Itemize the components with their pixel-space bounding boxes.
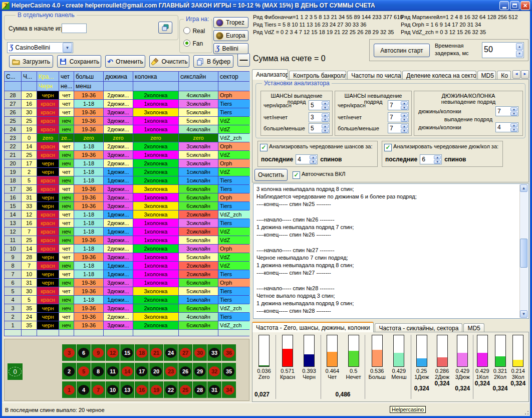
start-sum-input[interactable] bbox=[62, 24, 87, 33]
delay-spinner[interactable]: 50 ▲▼ bbox=[482, 42, 524, 58]
alternation-chances-checkbox[interactable]: ✓ bbox=[260, 144, 268, 151]
spinner-b2-r2[interactable]: 7▲▼ bbox=[388, 112, 409, 122]
board-number-12[interactable]: 12 bbox=[106, 344, 120, 361]
board-number-10[interactable]: 10 bbox=[106, 381, 120, 398]
table-cell: чет bbox=[59, 168, 74, 176]
tab-main-5[interactable]: MD5 bbox=[477, 71, 496, 80]
board-number-19[interactable]: 19 bbox=[149, 381, 163, 398]
radio-real[interactable]: Real bbox=[183, 26, 205, 35]
board-number-2[interactable]: 2 bbox=[62, 363, 76, 379]
board-number-13[interactable]: 13 bbox=[120, 381, 134, 398]
table-cell: сектор bbox=[218, 72, 250, 81]
spin-up-icon[interactable]: ▲ bbox=[516, 43, 523, 50]
board-number-27[interactable]: 27 bbox=[178, 344, 192, 361]
board-number-15[interactable]: 15 bbox=[120, 344, 134, 361]
clear-button[interactable]: Очистить bbox=[149, 55, 189, 68]
board-number-16[interactable]: 16 bbox=[135, 381, 149, 398]
detach-panel-button[interactable] bbox=[158, 22, 172, 34]
radio-fan-circle[interactable] bbox=[183, 40, 190, 47]
table-cell: 1-18 bbox=[74, 296, 103, 304]
board-number-4[interactable]: 4 bbox=[77, 381, 91, 398]
scroll-thumb[interactable] bbox=[520, 239, 527, 268]
tab-freq-2[interactable]: Частота - сиклайны, сектора bbox=[375, 323, 462, 332]
close-button[interactable]: ✕ bbox=[520, 1, 530, 10]
spinner-b2-r3[interactable]: 7▲▼ bbox=[388, 123, 409, 133]
spinner-last-spins-dozcol[interactable]: 6▲▼ bbox=[420, 154, 442, 164]
board-number-36[interactable]: 36 bbox=[222, 344, 236, 361]
board-number-8[interactable]: 8 bbox=[91, 363, 105, 379]
board-number-32[interactable]: 32 bbox=[207, 363, 221, 379]
board-number-0[interactable]: 0 bbox=[8, 363, 23, 380]
board-number-17[interactable]: 17 bbox=[135, 363, 149, 379]
board-number-7[interactable]: 7 bbox=[91, 381, 105, 398]
europa-button[interactable]: Europa bbox=[213, 30, 248, 41]
collapse-button[interactable]: — bbox=[237, 53, 250, 67]
tab-main-4[interactable]: Деление колеса на сектора bbox=[402, 71, 476, 80]
resize-grip[interactable] bbox=[523, 409, 529, 415]
scroll-up-icon[interactable]: ▲ bbox=[520, 184, 527, 192]
spinner-b1-r1[interactable]: 5▲▼ bbox=[309, 100, 330, 110]
radio-real-circle[interactable] bbox=[183, 27, 190, 34]
tab-main-2[interactable]: Контроль банкролла bbox=[289, 71, 346, 80]
minimize-button[interactable] bbox=[499, 1, 509, 10]
table-cell: zero bbox=[37, 134, 59, 142]
board-number-5[interactable]: 5 bbox=[77, 363, 91, 379]
board-number-6[interactable]: 6 bbox=[77, 344, 91, 361]
board-number-34[interactable]: 34 bbox=[222, 381, 236, 398]
scroll-down-icon[interactable]: ▼ bbox=[520, 310, 527, 318]
board-number-25[interactable]: 25 bbox=[178, 381, 192, 398]
spinner-dc-miss[interactable]: 7▲▼ bbox=[495, 106, 518, 116]
analyzer-clear-button[interactable]: Очистить bbox=[254, 169, 288, 181]
maximize-button[interactable] bbox=[510, 1, 519, 10]
casino-combobox[interactable]: Ʒ CasinoBellini ▼ bbox=[7, 42, 73, 53]
board-number-23[interactable]: 23 bbox=[164, 363, 178, 379]
radio-fan[interactable]: Fan bbox=[183, 39, 203, 48]
chevron-down-icon[interactable]: ▼ bbox=[63, 43, 72, 53]
autospin-start-button[interactable]: Автоспин старт bbox=[374, 44, 430, 57]
table-cell: неч bbox=[59, 202, 74, 210]
board-number-1[interactable]: 1 bbox=[62, 381, 76, 398]
save-button[interactable]: Сохранить bbox=[57, 55, 101, 68]
tab-main-6[interactable]: Ко bbox=[497, 71, 511, 80]
tab-freq-1[interactable]: Частота - Zero, шансы, дюжины, колонки bbox=[252, 322, 374, 332]
undo-button[interactable]: ↶ Отменить bbox=[105, 55, 145, 68]
window-title: HelperCasino 4.0 - create helperroullet@… bbox=[12, 2, 499, 9]
board-number-29[interactable]: 29 bbox=[193, 363, 207, 379]
board-number-35[interactable]: 35 bbox=[222, 363, 236, 379]
tab-main-3[interactable]: Частоты по числам bbox=[347, 71, 401, 80]
log-scrollbar[interactable]: ▲ ▼ bbox=[519, 184, 528, 318]
board-number-11[interactable]: 11 bbox=[106, 363, 120, 379]
bellini-button[interactable]: Ʒ Bellini bbox=[213, 43, 248, 54]
tab-scroll-left-icon[interactable]: ◄ bbox=[512, 70, 520, 79]
tab-scroll-right-icon[interactable]: ► bbox=[521, 70, 529, 79]
board-number-28[interactable]: 28 bbox=[193, 381, 207, 398]
spin-down-icon[interactable]: ▼ bbox=[516, 51, 523, 58]
board-number-20[interactable]: 20 bbox=[149, 363, 163, 379]
alternation-dozcol-checkbox[interactable]: ✓ bbox=[384, 144, 392, 151]
tab-freq-3[interactable]: MD5 bbox=[463, 323, 484, 332]
copy-buffer-button[interactable]: В буфер bbox=[193, 55, 233, 68]
board-number-24[interactable]: 24 bbox=[164, 344, 178, 361]
chart-bar-Черн: 0.393Черн bbox=[299, 335, 319, 399]
bar-value-label: 0.429 bbox=[392, 368, 406, 374]
tab-main-1[interactable]: Анализатор bbox=[252, 69, 288, 80]
board-number-30[interactable]: 30 bbox=[193, 344, 207, 361]
board-number-3[interactable]: 3 bbox=[62, 344, 76, 361]
board-number-26[interactable]: 26 bbox=[178, 363, 192, 379]
board-number-14[interactable]: 14 bbox=[120, 363, 134, 379]
analysis-log[interactable]: 3 колонка невыпадала подряд 8 спин; Набл… bbox=[253, 183, 529, 319]
board-number-33[interactable]: 33 bbox=[207, 344, 221, 361]
board-number-18[interactable]: 18 bbox=[135, 344, 149, 361]
load-button[interactable]: Загрузить bbox=[9, 55, 53, 68]
autoclean-checkbox[interactable]: ✓ bbox=[293, 171, 300, 179]
spinner-b1-r2[interactable]: 3▲▼ bbox=[309, 112, 330, 122]
board-number-9[interactable]: 9 bbox=[91, 344, 105, 361]
spinner-b1-r3[interactable]: 5▲▼ bbox=[309, 123, 330, 133]
spinner-b2-r1[interactable]: 7▲▼ bbox=[388, 100, 409, 110]
spinner-dc-hit[interactable]: 4▲▼ bbox=[495, 122, 518, 132]
board-number-21[interactable]: 21 bbox=[149, 344, 163, 361]
tropez-button[interactable]: Tropez bbox=[213, 17, 248, 28]
board-number-31[interactable]: 31 bbox=[207, 381, 221, 398]
spinner-last-spins-chances[interactable]: 4▲▼ bbox=[296, 154, 318, 164]
board-number-22[interactable]: 22 bbox=[164, 381, 178, 398]
